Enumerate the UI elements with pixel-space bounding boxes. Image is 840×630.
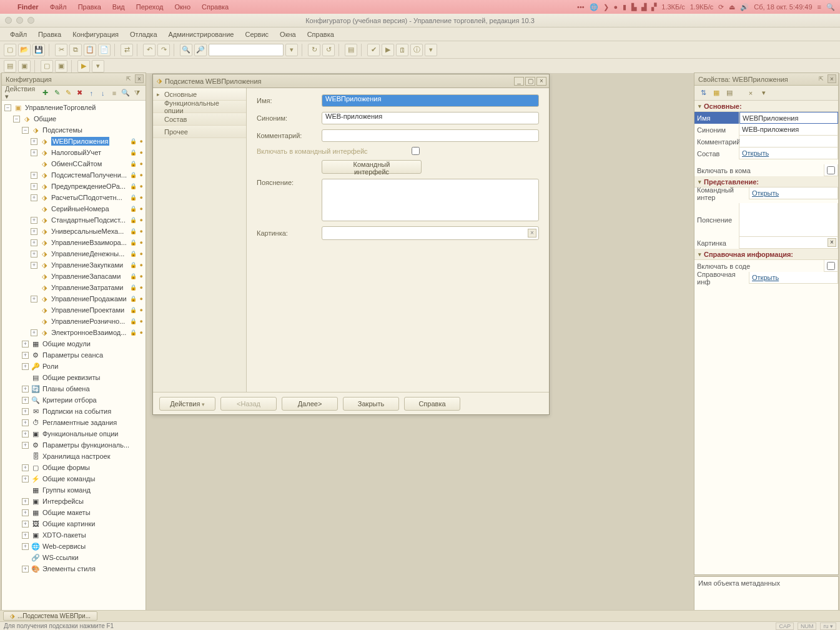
tray-chart1-icon[interactable]: ▙ bbox=[631, 3, 636, 11]
menu-help[interactable]: Справка bbox=[302, 29, 339, 39]
prop-name[interactable]: ИмяWEBПриложения bbox=[694, 112, 838, 124]
tree-row[interactable]: +⬗УправлениеДенежны...🔒● bbox=[2, 248, 146, 259]
props-close-icon[interactable]: × bbox=[828, 74, 836, 83]
editor-min-icon[interactable]: _ bbox=[514, 77, 524, 86]
traffic-max-icon[interactable] bbox=[27, 17, 34, 24]
tb2-doc-icon[interactable]: ▣ bbox=[18, 60, 31, 72]
tb-dd-icon[interactable]: ▾ bbox=[285, 44, 298, 56]
tree-wand-icon[interactable]: ✎ bbox=[52, 88, 62, 99]
macos-menu-help[interactable]: Справка bbox=[202, 3, 229, 11]
tree-row[interactable]: +▦Общие модули bbox=[2, 338, 146, 349]
panel-pin-icon[interactable]: ⇱ bbox=[124, 74, 133, 83]
editor-max-icon[interactable]: ▢ bbox=[525, 77, 535, 86]
tree-row[interactable]: +▣XDTO-пакеты bbox=[2, 529, 146, 541]
tb-refresh-icon[interactable]: ↻ bbox=[308, 44, 320, 56]
finder-menu[interactable]: Finder bbox=[17, 3, 39, 11]
tree-expander-icon[interactable]: + bbox=[31, 217, 37, 224]
tray-graph-icon[interactable]: ▞ bbox=[651, 3, 656, 11]
tree-expander-icon[interactable]: + bbox=[22, 408, 29, 415]
tree-row[interactable]: −▣УправлениеТорговлей bbox=[2, 102, 146, 113]
tree-row[interactable]: ⬗ОбменССайтом🔒● bbox=[2, 158, 146, 169]
tree-expander-icon[interactable]: + bbox=[31, 183, 37, 190]
editor-titlebar[interactable]: ⬗ Подсистема WEBПриложения _ ▢ × bbox=[153, 74, 549, 88]
menu-debug[interactable]: Отладка bbox=[125, 29, 162, 39]
tree-expander-icon[interactable]: + bbox=[22, 532, 29, 539]
tree-row[interactable]: ⬗УправлениеРознично...🔒● bbox=[2, 316, 146, 327]
tray-globe-icon[interactable]: 🌐 bbox=[590, 3, 598, 11]
btn-next[interactable]: Далее> bbox=[282, 397, 338, 411]
tree-expander-icon[interactable]: + bbox=[22, 521, 29, 528]
nav-funcopts[interactable]: Функциональные опции bbox=[153, 101, 246, 113]
menu-service[interactable]: Сервис bbox=[240, 29, 274, 39]
tb-syntax-icon[interactable]: ✔ bbox=[367, 44, 380, 56]
tree-row[interactable]: ▦Группы команд bbox=[2, 484, 146, 496]
tree-row[interactable]: +⚡Общие команды bbox=[2, 473, 146, 484]
actions-dropdown[interactable]: Действия ▾ bbox=[5, 85, 37, 101]
tb-info-icon[interactable]: ⓘ bbox=[410, 44, 423, 56]
input-synonym[interactable]: WEB-приложения bbox=[322, 112, 539, 124]
tree-row[interactable]: +⚙Параметры функциональ... bbox=[2, 439, 146, 451]
tree-row[interactable]: −⬗Подсистемы bbox=[2, 124, 146, 136]
tb2-play-dd-icon[interactable]: ▾ bbox=[92, 60, 104, 72]
tree-row[interactable]: +⬗УправлениеПродажами🔒● bbox=[2, 293, 146, 304]
prop-composition[interactable]: СоставОткрыть bbox=[694, 148, 838, 159]
tree-row[interactable]: ⬗УправлениеЗатратами🔒● bbox=[2, 282, 146, 293]
input-picture[interactable]: × bbox=[322, 226, 539, 240]
tree-expander-icon[interactable]: + bbox=[22, 419, 29, 426]
tree-row[interactable]: ⬗СерийныеНомера🔒● bbox=[2, 203, 146, 214]
tree-row[interactable]: +▢Общие формы bbox=[2, 462, 146, 473]
tray-list-icon[interactable]: ≡ bbox=[818, 3, 821, 11]
tb-new-icon[interactable]: ▢ bbox=[4, 44, 16, 56]
tb-module-icon[interactable]: ▤ bbox=[345, 44, 357, 56]
panel-close-icon[interactable]: × bbox=[135, 74, 144, 83]
tb-compare-icon[interactable]: ⇄ bbox=[121, 44, 133, 56]
nav-composition[interactable]: Состав bbox=[153, 113, 246, 126]
tree-expander-icon[interactable]: + bbox=[31, 239, 37, 246]
tree-up-icon[interactable]: ↑ bbox=[86, 88, 96, 99]
tree-expander-icon[interactable]: + bbox=[31, 172, 37, 179]
tb-dd2-icon[interactable]: ▾ bbox=[425, 44, 437, 56]
tree-expander-icon[interactable]: + bbox=[22, 566, 29, 572]
tree-row[interactable]: +🔄Планы обмена bbox=[2, 383, 146, 394]
tree-filter-icon[interactable]: ⧩ bbox=[132, 88, 142, 99]
tray-record-icon[interactable]: ● bbox=[614, 3, 618, 11]
btn-actions[interactable]: Действия bbox=[159, 397, 215, 411]
tree-row[interactable]: +▣Интерфейсы bbox=[2, 496, 146, 507]
tree-row[interactable]: +⬗НалоговыйУчет🔒● bbox=[2, 147, 146, 158]
tree-row[interactable]: +⬗УниверсальныеМеха...🔒● bbox=[2, 226, 146, 237]
tb-save-icon[interactable]: 💾 bbox=[32, 44, 45, 56]
menu-windows[interactable]: Окна bbox=[275, 29, 301, 39]
tree-row[interactable]: +✉Подписки на события bbox=[2, 406, 146, 417]
tree-expander-icon[interactable]: + bbox=[31, 262, 37, 269]
tree-sort-icon[interactable]: ≡ bbox=[109, 88, 119, 99]
tree-row[interactable]: +⬗СтандартныеПодсист...🔒● bbox=[2, 214, 146, 226]
pg-helpinfo[interactable]: Справочная информация: bbox=[694, 249, 838, 260]
nav-other[interactable]: Прочее bbox=[153, 126, 246, 138]
tb-cut-icon[interactable]: ✂ bbox=[55, 44, 67, 56]
tree-expander-icon[interactable]: + bbox=[22, 431, 29, 438]
tb-redo-icon[interactable]: ↷ bbox=[157, 44, 170, 56]
prop-cmd-interface[interactable]: Командный интерОткрыть bbox=[694, 188, 838, 199]
tree-expander-icon[interactable]: + bbox=[22, 498, 29, 505]
tree-row[interactable]: +🌐Web-сервисы bbox=[2, 541, 146, 552]
props-cat-icon[interactable]: ▦ bbox=[711, 88, 722, 99]
config-tree[interactable]: −▣УправлениеТорговлей−⬗Общие−⬗Подсистемы… bbox=[2, 101, 146, 612]
tree-row[interactable]: +🔍Критерии отбора bbox=[2, 394, 146, 406]
tree-row[interactable]: +🖼Общие картинки bbox=[2, 518, 146, 529]
tree-expander-icon[interactable]: + bbox=[31, 149, 37, 156]
tree-row[interactable]: +⬗РасчетыСПодотчетн...🔒● bbox=[2, 192, 146, 203]
tree-expander-icon[interactable]: + bbox=[22, 386, 29, 392]
tb-run-icon[interactable]: ▶ bbox=[382, 44, 394, 56]
prop-picture[interactable]: Картинка× bbox=[694, 237, 838, 249]
traffic-close-icon[interactable] bbox=[5, 17, 12, 24]
traffic-min-icon[interactable] bbox=[16, 17, 23, 24]
textarea-explanation[interactable] bbox=[322, 179, 539, 221]
tree-row[interactable]: +⬗ПредупреждениеОРа...🔒● bbox=[2, 181, 146, 192]
tray-sync-icon[interactable]: ⟳ bbox=[718, 3, 724, 11]
tree-expander-icon[interactable]: + bbox=[22, 464, 29, 471]
tb2-play-icon[interactable]: ▶ bbox=[77, 60, 90, 72]
tree-row[interactable]: +⬗УправлениеВзаимора...🔒● bbox=[2, 237, 146, 248]
tree-row[interactable]: −⬗Общие bbox=[2, 113, 146, 124]
tree-expander-icon[interactable]: + bbox=[31, 296, 37, 302]
tb-search-field[interactable] bbox=[209, 44, 284, 56]
